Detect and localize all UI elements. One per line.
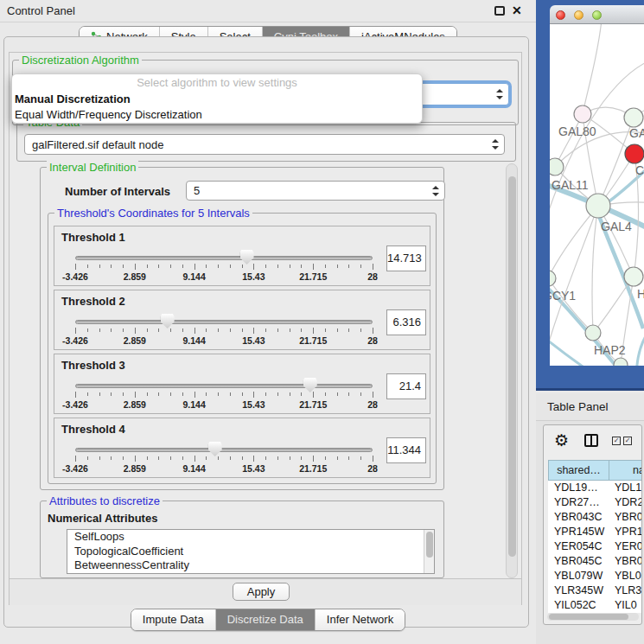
table-panel-region: ⚙ ✓ ✓ shared… na YDL19…YDL1YDR27…YDR2YBR… (536, 421, 644, 644)
slider-tick (277, 456, 278, 460)
dropdown-placeholder[interactable]: Select algorithm to view settings (12, 74, 422, 92)
list-scrollbar[interactable] (424, 530, 434, 573)
tab-impute-data[interactable]: Impute Data (131, 609, 216, 630)
table-horizontal-scrollbar[interactable] (547, 613, 639, 621)
checkbox-icon[interactable]: ✓ (623, 437, 632, 445)
slider-tick (290, 456, 290, 460)
slider-tick (277, 328, 278, 332)
network-window-titlebar[interactable] (550, 5, 644, 24)
table-panel-titlebar: Table Panel (536, 393, 644, 421)
checkbox-icon[interactable]: ✓ (612, 437, 621, 445)
num-intervals-combobox[interactable]: 5 (186, 181, 445, 201)
close-icon[interactable]: ✕ (512, 3, 522, 17)
slider-tick (158, 265, 159, 268)
slider-tick (75, 328, 76, 334)
table-row[interactable]: YIL052CYIL0 (548, 598, 642, 613)
scrollbar-thumb[interactable] (549, 614, 628, 620)
slider-thumb[interactable] (303, 378, 317, 392)
close-traffic-light-icon[interactable] (556, 10, 565, 20)
scrollbar-thumb[interactable] (508, 176, 516, 557)
threshold-panel-1: Threshold 1-3.4262.8599.14415.4321.71528… (54, 226, 430, 286)
dropdown-option-manual-discretization[interactable]: Manual Discretization (12, 92, 422, 107)
slider-track (75, 448, 373, 452)
slider-tick (218, 456, 219, 460)
slider-tick-label: -3.426 (62, 463, 88, 474)
threshold-slider[interactable]: -3.4262.8599.14415.4321.71528 (54, 418, 392, 479)
network-node-gal11[interactable] (550, 158, 564, 175)
slider-tick (158, 392, 159, 396)
column-split-icon[interactable] (584, 434, 598, 447)
threshold-value-field[interactable]: 11.344 (386, 437, 426, 463)
panel-scrollbar[interactable] (506, 163, 518, 578)
slider-tick (253, 328, 254, 334)
slider-tick (373, 456, 373, 462)
slider-tick (158, 456, 159, 460)
minimize-traffic-light-icon[interactable] (574, 10, 583, 20)
control-panel-titlebar: Control Panel ✕ (0, 0, 536, 22)
network-node-h[interactable] (624, 267, 643, 286)
slider-tick (99, 328, 100, 332)
network-node-hap2[interactable] (585, 325, 601, 341)
table-row[interactable]: YPR145WYPR1 (548, 525, 642, 539)
threshold-value-field[interactable]: 6.316 (386, 309, 426, 335)
numerical-attributes-list[interactable]: SelfLoopsTopologicalCoefficientBetweenne… (67, 529, 435, 574)
tab-infer-network[interactable]: Infer Network (316, 609, 405, 630)
slider-tick-label: -3.426 (62, 335, 88, 346)
gear-icon[interactable]: ⚙ (554, 430, 569, 450)
slider-tick (313, 392, 314, 398)
table-panel-window: ⚙ ✓ ✓ shared… na YDL19…YDL1YDR27…YDR2YBR… (543, 424, 642, 625)
group-title: Attributes to discretize (47, 494, 163, 507)
slider-tick (111, 328, 112, 332)
threshold-panel-3: Threshold 3-3.4262.8599.14415.4321.71528… (54, 354, 430, 414)
threshold-value-field[interactable]: 21.4 (386, 373, 426, 399)
bottom-tab-bar: Impute DataDiscretize DataInfer Network (0, 609, 536, 631)
table-row[interactable]: YDL19…YDL1 (548, 481, 642, 495)
network-node-gal80[interactable] (574, 105, 591, 123)
table-row[interactable]: YER054CYER0 (548, 539, 642, 554)
network-canvas[interactable]: GAL80GACGAL11GAL4GCY1HHAP2 (550, 24, 644, 366)
table-row[interactable]: YBR045CYBR0 (548, 554, 642, 569)
slider-thumb[interactable] (240, 250, 254, 265)
slider-tick (99, 265, 100, 268)
table-cell: YDL19… (548, 481, 609, 495)
slider-thumb[interactable] (161, 314, 175, 328)
algorithm-dropdown-popup: Select algorithm to view settings Manual… (11, 73, 423, 124)
slider-tick (373, 328, 373, 334)
threshold-slider[interactable]: -3.4262.8599.14415.4321.71528 (54, 226, 392, 287)
network-node-gal4[interactable] (586, 194, 610, 218)
table-cell: YBR045C (548, 554, 609, 569)
table-row[interactable]: YDR27…YDR2 (548, 495, 642, 510)
slider-tick (253, 392, 254, 398)
table-data-combobox[interactable]: galFiltered.sif default node (24, 134, 505, 155)
attribute-item-betweennesscentrality[interactable]: BetweennessCentrality (67, 558, 434, 573)
column-header-name[interactable]: na (609, 460, 642, 481)
slider-tick-label: 9.144 (182, 399, 205, 410)
slider-tick-label: 21.715 (299, 335, 327, 346)
threshold-slider[interactable]: -3.4262.8599.14415.4321.71528 (54, 354, 392, 415)
tab-discretize-data[interactable]: Discretize Data (216, 609, 316, 630)
slider-tick (242, 328, 243, 332)
attribute-item-topologicalcoefficient[interactable]: TopologicalCoefficient (67, 545, 434, 559)
slider-tick (325, 265, 326, 268)
column-header-shared-name[interactable]: shared… (548, 460, 609, 481)
network-node-c[interactable] (625, 144, 644, 163)
zoom-traffic-light-icon[interactable] (592, 10, 602, 20)
slider-thumb[interactable] (208, 442, 222, 456)
network-node-ga[interactable] (624, 108, 643, 127)
table-row[interactable]: YLR345WYLR3 (548, 583, 642, 598)
attribute-item-selfloops[interactable]: SelfLoops (67, 530, 434, 545)
slider-tick (182, 328, 183, 332)
network-node[interactable] (614, 358, 628, 366)
slider-tick (158, 328, 159, 332)
table-row[interactable]: YBL079WYBL0 (548, 569, 642, 583)
float-window-icon[interactable] (494, 6, 505, 16)
slider-tick-label: 21.715 (299, 463, 327, 474)
dropdown-option-equal-width-frequency-discretization[interactable]: Equal Width/Frequency Discretization (12, 107, 422, 123)
slider-tick (182, 392, 183, 396)
slider-tick (265, 456, 266, 460)
apply-button[interactable]: Apply (233, 583, 290, 601)
threshold-slider[interactable]: -3.4262.8599.14415.4321.71528 (54, 290, 392, 351)
network-node-gcy1[interactable] (550, 271, 556, 286)
threshold-value-field[interactable]: 14.713 (386, 245, 426, 271)
table-row[interactable]: YBR043CYBR0 (548, 510, 642, 525)
